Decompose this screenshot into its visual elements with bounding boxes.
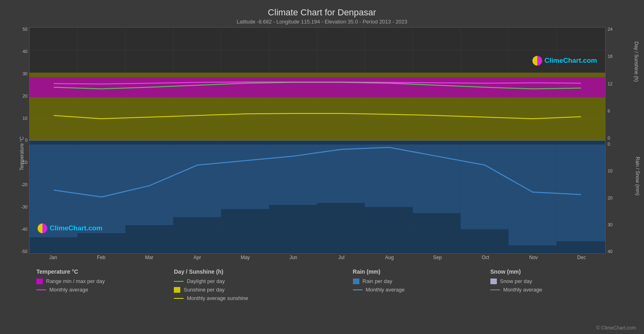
legend-label-monthly-avg-snow: Monthly average [503, 287, 542, 293]
y-tick: 30 [23, 72, 27, 76]
legend-line-monthly-sunshine [174, 298, 184, 299]
svg-rect-31 [365, 145, 413, 207]
chart-title: Climate Chart for Denpasar [8, 7, 636, 18]
title-area: Climate Chart for Denpasar Latitude -8.6… [8, 4, 636, 25]
svg-rect-28 [221, 145, 269, 209]
legend-label-monthly-avg-sunshine: Monthly average sunshine [187, 295, 248, 301]
x-axis: Jan Feb Mar Apr May Jun Jul Aug Sep Oct … [29, 255, 606, 264]
y-tick-right-rain-0: 0 [608, 142, 610, 147]
legend-item-monthly-avg-sunshine: Monthly average sunshine [174, 295, 353, 301]
y-tick-right-rain-10: 10 [608, 169, 612, 173]
x-tick-jul: Jul [317, 255, 365, 264]
y-axis-left-label: Temperature °C [19, 136, 25, 170]
legend-title-rain: Rain (mm) [353, 268, 490, 275]
brand-icon-bottom [38, 223, 47, 233]
legend-swatch-range [36, 279, 43, 284]
legend-item-range: Range min / max per day [36, 278, 174, 284]
legend-title-sunshine: Day / Sunshine (h) [174, 268, 353, 275]
legend-line-monthly-snow [490, 289, 500, 290]
y-tick-right-0: 0 [608, 136, 610, 140]
legend-item-rain-per-day: Rain per day [353, 278, 490, 284]
legend-col-temperature: Temperature °C Range min / max per day M… [36, 268, 174, 301]
legend-item-monthly-avg-rain: Monthly average [353, 287, 490, 293]
x-tick-sep: Sep [414, 255, 462, 264]
legend-item-monthly-avg-snow: Monthly average [490, 287, 628, 293]
svg-rect-33 [461, 145, 509, 229]
legend-swatch-rain [353, 279, 359, 284]
brand-logo-top: ClimeChart.com [532, 56, 597, 66]
legend-line-daylight [174, 281, 184, 282]
y-tick: -30 [21, 205, 27, 209]
svg-rect-23 [30, 77, 605, 98]
legend-label-snow-per-day: Snow per day [500, 278, 532, 284]
x-tick-jan: Jan [29, 255, 77, 264]
x-tick-oct: Oct [461, 255, 509, 264]
svg-rect-26 [125, 145, 173, 225]
y-tick-right-12: 12 [608, 82, 612, 86]
legend-line-monthly-temp [36, 289, 46, 290]
x-tick-may: May [221, 255, 269, 264]
chart-svg [30, 28, 605, 253]
legend-title-snow: Snow (mm) [490, 268, 628, 275]
x-tick-nov: Nov [509, 255, 557, 264]
y-tick: -50 [21, 249, 27, 254]
chart-area: ClimeChart.com ClimeChart.com [29, 27, 606, 254]
y-tick: -40 [21, 227, 27, 232]
svg-rect-34 [509, 145, 557, 245]
legend-item-snow-per-day: Snow per day [490, 278, 628, 284]
legend-col-snow: Snow (mm) Snow per day Monthly average [490, 268, 628, 301]
x-tick-jun: Jun [269, 255, 317, 264]
x-tick-aug: Aug [365, 255, 414, 264]
brand-icon-top [532, 56, 542, 66]
y-tick: 20 [23, 94, 27, 98]
legend-line-monthly-rain [353, 289, 363, 290]
y-tick-right-rain-40: 40 [608, 249, 612, 254]
legend-title-temperature: Temperature °C [36, 268, 174, 275]
legend-label-daylight: Daylight per day [187, 278, 225, 284]
legend-swatch-sunshine [174, 287, 180, 293]
y-tick-right-rain-30: 30 [608, 223, 612, 227]
y-tick-right-rain-20: 20 [608, 196, 612, 200]
legend-label-sunshine: Sunshine per day [184, 287, 224, 293]
y-tick-right-6: 6 [608, 109, 610, 113]
legend-item-daylight: Daylight per day [174, 278, 353, 284]
brand-logo-bottom: ClimeChart.com [38, 223, 102, 233]
legend-label-rain-per-day: Rain per day [363, 278, 393, 284]
legend-label-range: Range min / max per day [46, 278, 105, 284]
x-tick-apr: Apr [173, 255, 221, 264]
y-tick: 0 [25, 138, 27, 143]
legend-area: Temperature °C Range min / max per day M… [8, 264, 636, 301]
y-axis-right-label-top: Day / Sunshine (h) [633, 42, 639, 82]
y-tick: 50 [23, 27, 27, 32]
svg-rect-35 [557, 145, 605, 241]
legend-swatch-snow [490, 279, 497, 284]
x-tick-feb: Feb [77, 255, 125, 264]
y-tick: -20 [21, 183, 27, 187]
svg-rect-30 [317, 145, 365, 203]
x-tick-mar: Mar [125, 255, 173, 264]
y-tick: 40 [23, 49, 27, 54]
legend-label-monthly-avg-temp: Monthly average [49, 287, 88, 293]
legend-col-sunshine: Day / Sunshine (h) Daylight per day Suns… [174, 268, 353, 301]
x-tick-dec: Dec [557, 255, 606, 264]
y-axis-right-label-bottom: Rain / Snow (mm) [635, 157, 640, 196]
legend-item-sunshine: Sunshine per day [174, 287, 353, 293]
chart-subtitle: Latitude -8.682 - Longitude 115.194 - El… [8, 19, 636, 25]
legend-item-monthly-avg-temp: Monthly average [36, 287, 174, 293]
main-container: Climate Chart for Denpasar Latitude -8.6… [0, 0, 644, 334]
legend-label-monthly-avg-rain: Monthly average [366, 287, 405, 293]
brand-text-bottom: ClimeChart.com [50, 224, 102, 232]
svg-rect-32 [413, 145, 461, 213]
svg-rect-27 [173, 145, 222, 217]
copyright: © ClimeChart.com [596, 325, 636, 331]
svg-rect-25 [78, 145, 126, 233]
y-tick-right-18: 18 [608, 54, 612, 59]
y-tick: 10 [23, 116, 27, 121]
y-tick-right-24: 24 [608, 27, 612, 32]
brand-text-top: ClimeChart.com [545, 57, 597, 65]
legend-col-rain: Rain (mm) Rain per day Monthly average [353, 268, 490, 301]
